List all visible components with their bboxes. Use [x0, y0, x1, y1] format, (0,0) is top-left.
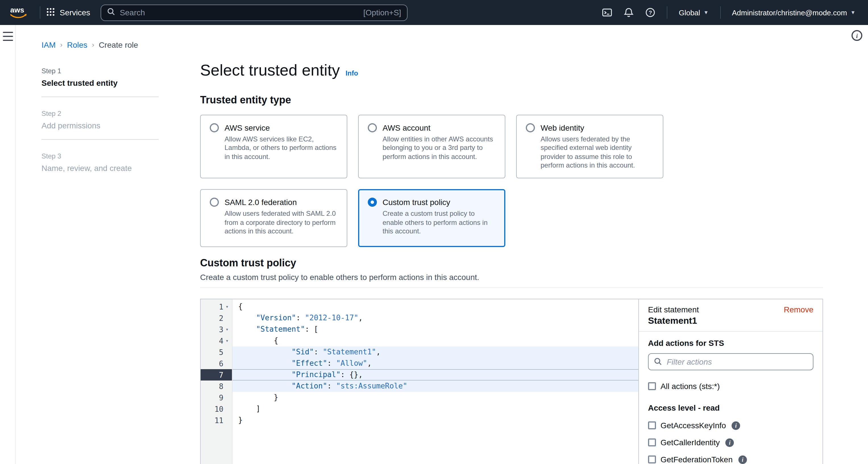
- code-line[interactable]: "Principal": {},: [232, 369, 638, 380]
- code-line[interactable]: {: [232, 301, 638, 312]
- getaccesskeyinfo-checkbox[interactable]: [648, 422, 656, 429]
- all-actions-checkbox[interactable]: [648, 382, 656, 390]
- step-label: Select trusted entity: [41, 78, 159, 88]
- notifications-bell-icon[interactable]: [618, 0, 640, 25]
- editor-code[interactable]: { "Version": "2012-10-17", "Statement": …: [232, 299, 638, 464]
- card-title: AWS service: [224, 123, 270, 132]
- line-number[interactable]: 6: [200, 358, 232, 369]
- breadcrumb-link-iam[interactable]: IAM: [41, 40, 56, 49]
- radio-web-identity[interactable]: [526, 123, 535, 132]
- topbar-right-group: ? Global ▼ Administrator/christine@mode.…: [596, 0, 868, 25]
- card-description: Allow AWS services like EC2, Lambda, or …: [224, 135, 338, 161]
- entity-card-aws-account[interactable]: AWS account Allow entities in other AWS …: [358, 115, 505, 178]
- info-link[interactable]: Info: [346, 69, 358, 77]
- breadcrumb-current: Create role: [99, 40, 138, 49]
- line-number[interactable]: 9: [200, 392, 232, 403]
- custom-trust-policy-description: Create a custom trust policy to enable o…: [200, 273, 479, 282]
- account-label: Administrator/christine@mode.com: [732, 8, 847, 17]
- search-input[interactable]: Search [Option+S]: [100, 4, 407, 21]
- code-line[interactable]: "Statement": [: [232, 324, 638, 335]
- remove-statement-link[interactable]: Remove: [784, 305, 813, 314]
- line-number[interactable]: 5: [200, 346, 232, 358]
- getfederationtoken-checkbox[interactable]: [648, 456, 656, 463]
- line-number[interactable]: 10: [200, 403, 232, 415]
- section-divider: [200, 287, 823, 288]
- line-number[interactable]: 3▾: [200, 324, 232, 335]
- code-line[interactable]: "Effect": "Allow",: [232, 358, 638, 369]
- line-number[interactable]: 1▾: [200, 301, 232, 312]
- edit-statement-panel: Edit statement Remove Statement1 Add act…: [638, 299, 823, 464]
- code-line[interactable]: }: [232, 415, 638, 426]
- code-line[interactable]: "Sid": "Statement1",: [232, 346, 638, 358]
- info-icon[interactable]: i: [738, 455, 747, 464]
- edit-statement-title: Edit statement: [648, 305, 699, 314]
- info-icon[interactable]: i: [725, 438, 734, 447]
- topbar-divider: [720, 6, 720, 19]
- main-content: Select trusted entity Info Trusted entit…: [200, 61, 823, 247]
- radio-saml-federation[interactable]: [210, 198, 219, 207]
- services-menu-button[interactable]: Services: [46, 7, 90, 18]
- services-label: Services: [60, 8, 90, 17]
- entity-card-saml-federation[interactable]: SAML 2.0 federation Allow users federate…: [200, 190, 347, 247]
- card-title: AWS account: [382, 123, 431, 132]
- radio-custom-trust-policy[interactable]: [368, 198, 377, 207]
- all-actions-label: All actions (sts:*): [660, 382, 720, 391]
- step-number: Step 2: [41, 110, 159, 118]
- account-menu[interactable]: Administrator/christine@mode.com ▼: [726, 8, 861, 17]
- svg-text:?: ?: [649, 10, 652, 15]
- step-label: Name, review, and create: [41, 164, 159, 173]
- aws-console-window: aws Services Search [Opt: [0, 0, 868, 464]
- line-number[interactable]: 8: [200, 380, 232, 392]
- code-line[interactable]: "Action": "sts:AssumeRole": [232, 380, 638, 392]
- breadcrumb-link-roles[interactable]: Roles: [67, 40, 88, 49]
- action-label: GetAccessKeyInfo: [660, 421, 726, 430]
- radio-aws-service[interactable]: [210, 123, 219, 132]
- custom-trust-policy-heading: Custom trust policy: [200, 257, 296, 269]
- access-level-read-heading: Access level - read: [648, 403, 813, 412]
- line-number[interactable]: 11: [200, 415, 232, 426]
- search-icon: [654, 357, 662, 366]
- cloudshell-icon[interactable]: [596, 0, 618, 25]
- card-title: Custom trust policy: [382, 198, 450, 207]
- line-number[interactable]: 2: [200, 312, 232, 324]
- entity-card-aws-service[interactable]: AWS service Allow AWS services like EC2,…: [200, 115, 347, 178]
- card-title: Web identity: [540, 123, 584, 132]
- code-line[interactable]: }: [232, 392, 638, 403]
- topbar: aws Services Search [Opt: [0, 0, 868, 25]
- info-panel-toggle-icon[interactable]: i: [851, 30, 862, 41]
- help-icon[interactable]: ?: [640, 0, 661, 25]
- editor-gutter: 1▾23▾4▾567891011: [200, 299, 232, 464]
- breadcrumb-separator: ›: [92, 41, 94, 49]
- code-line[interactable]: {: [232, 335, 638, 346]
- fold-caret-icon[interactable]: ▾: [223, 304, 231, 309]
- code-line[interactable]: ]: [232, 403, 638, 415]
- step-3-name-review-create[interactable]: Step 3 Name, review, and create: [41, 152, 159, 182]
- filter-actions-input[interactable]: [648, 353, 813, 370]
- card-description: Allow entities in other AWS accounts bel…: [382, 135, 496, 161]
- hamburger-menu-icon[interactable]: [3, 32, 13, 41]
- topbar-divider: [667, 6, 668, 19]
- aws-logo[interactable]: aws: [8, 5, 28, 20]
- radio-aws-account[interactable]: [368, 123, 377, 132]
- code-line[interactable]: "Version": "2012-10-17",: [232, 312, 638, 324]
- entity-card-web-identity[interactable]: Web identity Allows users federated by t…: [516, 115, 663, 178]
- trusted-entity-type-heading: Trusted entity type: [200, 94, 823, 106]
- filter-actions-field: [648, 353, 813, 370]
- action-label: GetFederationToken: [660, 455, 733, 464]
- step-1-select-trusted-entity[interactable]: Step 1 Select trusted entity: [41, 67, 159, 97]
- services-grid-icon: [46, 7, 55, 18]
- fold-caret-icon[interactable]: ▾: [223, 327, 231, 332]
- add-actions-heading: Add actions for STS: [648, 338, 813, 347]
- statement-name: Statement1: [648, 316, 813, 326]
- line-number[interactable]: 4▾: [200, 335, 232, 346]
- region-selector[interactable]: Global ▼: [673, 8, 714, 17]
- region-label: Global: [679, 8, 700, 17]
- search-placeholder: Search: [120, 8, 145, 17]
- line-number[interactable]: 7: [200, 369, 232, 380]
- entity-card-custom-trust-policy[interactable]: Custom trust policy Create a custom trus…: [358, 190, 505, 247]
- info-icon[interactable]: i: [732, 421, 740, 430]
- step-2-add-permissions[interactable]: Step 2 Add permissions: [41, 110, 159, 140]
- fold-caret-icon[interactable]: ▾: [223, 338, 231, 343]
- card-description: Create a custom trust policy to enable o…: [382, 210, 496, 236]
- getcalleridentity-checkbox[interactable]: [648, 438, 656, 446]
